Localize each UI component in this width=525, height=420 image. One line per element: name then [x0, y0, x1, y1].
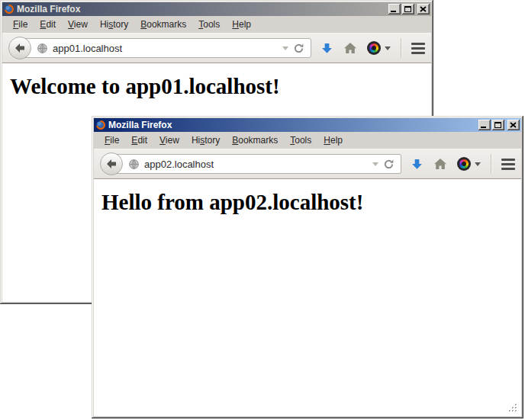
menubar: File Edit View History Bookmarks Tools H…	[2, 16, 431, 33]
urlbar-dropdown-icon[interactable]	[282, 46, 288, 50]
minimize-icon	[391, 11, 396, 12]
site-globe-icon	[37, 43, 48, 54]
appmenu-color-icon	[457, 157, 471, 171]
back-button[interactable]	[100, 152, 123, 175]
menu-help[interactable]: Help	[317, 133, 349, 147]
url-text[interactable]: app01.localhost	[53, 43, 278, 54]
menu-caret-icon	[475, 162, 481, 166]
minimize-button[interactable]	[478, 120, 491, 130]
downloads-button[interactable]	[411, 158, 424, 171]
close-button[interactable]	[417, 4, 430, 14]
minimize-icon	[481, 127, 486, 128]
nav-toolbar: app02.localhost	[94, 149, 521, 179]
menu-bookmarks[interactable]: Bookmarks	[226, 133, 284, 147]
firefox-logo-icon	[4, 4, 14, 14]
appmenu-color-button[interactable]	[457, 157, 481, 171]
menu-bookmarks[interactable]: Bookmarks	[134, 18, 192, 31]
window-controls	[388, 4, 430, 14]
menu-history[interactable]: History	[94, 18, 134, 31]
menu-view[interactable]: View	[62, 18, 94, 31]
page-heading: Hello from app02.localhost!	[101, 190, 521, 215]
menu-tools[interactable]: Tools	[284, 133, 317, 147]
menubar: File Edit View History Bookmarks Tools H…	[94, 132, 521, 149]
maximize-button[interactable]	[492, 120, 504, 130]
nav-toolbar: app01.localhost	[2, 33, 431, 63]
menu-caret-icon	[385, 46, 391, 50]
window-controls	[478, 120, 520, 130]
toolbar-separator	[491, 154, 491, 174]
home-button[interactable]	[433, 158, 447, 170]
appmenu-color-icon	[367, 41, 381, 55]
resize-grip-icon[interactable]	[509, 404, 518, 413]
appmenu-color-button[interactable]	[367, 41, 391, 55]
menu-help[interactable]: Help	[226, 18, 257, 31]
menu-view[interactable]: View	[153, 133, 185, 147]
reload-button[interactable]	[383, 159, 395, 170]
minimize-button[interactable]	[388, 4, 401, 14]
page-heading: Welcome to app01.localhost!	[10, 74, 431, 99]
hamburger-menu-button[interactable]	[411, 43, 425, 54]
hamburger-menu-button[interactable]	[501, 159, 515, 170]
home-button[interactable]	[343, 42, 357, 54]
window-title: Mozilla Firefox	[17, 2, 386, 16]
reload-button[interactable]	[293, 43, 304, 54]
site-globe-icon	[128, 159, 140, 170]
window-title: Mozilla Firefox	[108, 118, 476, 132]
titlebar[interactable]: Mozilla Firefox	[2, 2, 431, 16]
maximize-button[interactable]	[402, 4, 414, 14]
menu-file[interactable]: File	[7, 18, 34, 31]
menu-tools[interactable]: Tools	[192, 18, 226, 31]
titlebar[interactable]: Mozilla Firefox	[94, 118, 521, 132]
back-button[interactable]	[8, 37, 31, 59]
downloads-button[interactable]	[320, 42, 333, 55]
url-text[interactable]: app02.localhost	[144, 159, 368, 170]
close-button[interactable]	[507, 120, 520, 130]
back-arrow-icon	[105, 158, 118, 170]
back-arrow-icon	[14, 42, 26, 54]
menu-edit[interactable]: Edit	[34, 18, 62, 31]
firefox-logo-icon	[95, 120, 106, 130]
close-icon	[420, 6, 427, 12]
maximize-icon	[404, 6, 411, 12]
toolbar-buttons	[320, 38, 425, 58]
close-icon	[510, 122, 517, 128]
urlbar[interactable]: app01.localhost	[19, 38, 311, 58]
urlbar-dropdown-icon[interactable]	[372, 162, 378, 166]
toolbar-separator	[401, 38, 401, 58]
urlbar[interactable]: app02.localhost	[111, 154, 401, 174]
browser-window-app02: Mozilla Firefox File Edit View History B…	[92, 116, 523, 418]
toolbar-buttons	[411, 154, 515, 174]
menu-edit[interactable]: Edit	[125, 133, 153, 147]
page-content-app02: Hello from app02.localhost!	[94, 179, 521, 416]
maximize-icon	[494, 122, 501, 128]
menu-file[interactable]: File	[98, 133, 125, 147]
menu-history[interactable]: History	[185, 133, 226, 147]
